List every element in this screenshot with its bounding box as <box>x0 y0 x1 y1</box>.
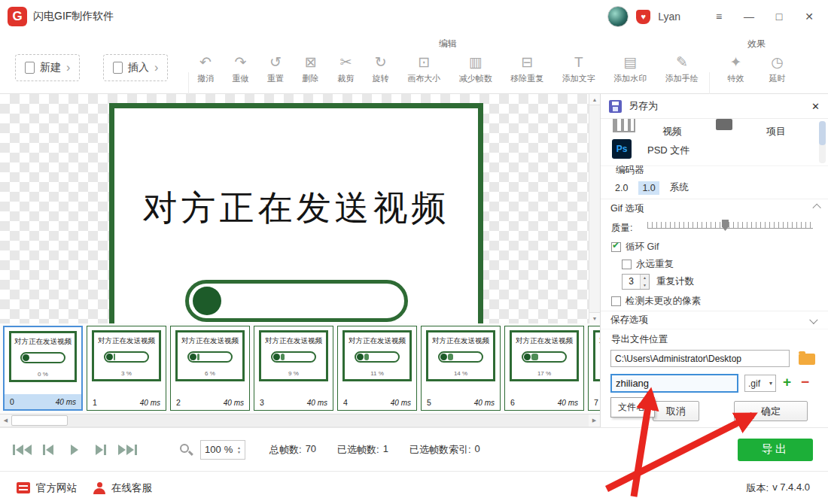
timeline-frame-2[interactable]: 对方正在发送视频 6 % 240 ms <box>170 326 250 411</box>
repeat-count-spinner[interactable]: 3 ▲▼ <box>622 274 650 290</box>
timeline-filmstrip: 对方正在发送视频 0 % 040 ms 对方正在发送视频 3 % 140 ms … <box>0 323 600 414</box>
tool-crop[interactable]: ✂裁剪 <box>336 52 355 85</box>
official-website-link[interactable]: 官方网站 <box>17 481 77 495</box>
progress-pill <box>185 280 408 322</box>
collapse-up-icon <box>812 204 820 212</box>
export-button[interactable]: 导出 <box>738 439 813 461</box>
tool-add-drawing[interactable]: ✎添加手绘 <box>664 52 700 85</box>
timeline-frame-3[interactable]: 对方正在发送视频 9 % 340 ms <box>254 326 333 411</box>
user-avatar[interactable] <box>607 6 629 27</box>
timeline-frame-0[interactable]: 对方正在发送视频 0 % 040 ms <box>3 326 83 411</box>
timeline-frame-5[interactable]: 对方正在发送视频 14 % 540 ms <box>421 326 501 411</box>
tool-reset[interactable]: ↺重置 <box>266 52 285 85</box>
ok-button[interactable]: 确定 <box>734 401 808 421</box>
chevron-right-icon: › <box>154 62 158 74</box>
zoom-spinner[interactable]: 100 % ▲▼ <box>200 440 245 460</box>
new-button[interactable]: 新建 › <box>15 54 80 81</box>
add-drawing-icon: ✎ <box>676 53 688 71</box>
vertical-scrollbar[interactable]: ▲ ▼ <box>589 94 600 323</box>
encoder-option-1-0[interactable]: 1.0 <box>638 181 659 195</box>
encoder-option-2-0[interactable]: 2.0 <box>611 181 632 195</box>
folder-icon[interactable] <box>799 354 815 365</box>
tool-undo[interactable]: ↶撤消 <box>196 52 215 85</box>
tool-add-text[interactable]: T添加文字 <box>561 52 597 85</box>
frame-preview: 对方正在发送视频 20 % <box>593 330 600 381</box>
minimize-button[interactable]: — <box>738 6 760 27</box>
tool-remove-duplicate[interactable]: ⊟移除重复 <box>509 52 545 85</box>
previous-frame-button[interactable] <box>37 439 59 461</box>
checkbox-icon <box>611 296 621 306</box>
tool-reduce-frames[interactable]: ▥减少帧数 <box>458 52 494 85</box>
add-watermark-icon: ▤ <box>623 53 637 71</box>
scroll-down-icon[interactable]: ▼ <box>589 312 600 323</box>
save-icon <box>609 100 622 113</box>
photoshop-icon[interactable]: Ps <box>612 139 632 159</box>
close-button[interactable]: ✕ <box>798 6 820 27</box>
next-frame-button[interactable] <box>90 439 112 461</box>
format-video[interactable]: 视频 <box>662 125 682 138</box>
quality-slider[interactable] <box>647 219 813 234</box>
first-frame-button[interactable] <box>11 439 33 461</box>
tool-redo[interactable]: ↷重做 <box>231 52 251 85</box>
format-list-scrollbar[interactable] <box>819 121 826 163</box>
frame-index: 6 <box>510 398 515 407</box>
timeline-frame-4[interactable]: 对方正在发送视频 11 % 440 ms <box>337 326 417 411</box>
frame-knob-icon <box>524 354 531 360</box>
frame-percent: 11 % <box>345 370 409 377</box>
project-icon[interactable] <box>716 119 732 130</box>
tool-delete[interactable]: ⊠删除 <box>301 52 321 85</box>
timeline-frame-7[interactable]: 对方正在发送视频 20 % 740 ms <box>588 326 600 411</box>
undo-icon: ↶ <box>199 53 212 71</box>
checkbox-icon <box>622 260 632 269</box>
play-button[interactable] <box>63 439 86 461</box>
checkbox-checked-icon: ✔ <box>611 242 621 252</box>
vip-heart-icon[interactable]: ♥ <box>636 10 650 24</box>
tool-delay[interactable]: ◷延时 <box>768 52 787 85</box>
timeline-frame-1[interactable]: 对方正在发送视频 3 % 140 ms <box>87 326 166 411</box>
scroll-right-icon[interactable]: ▶ <box>589 414 600 427</box>
scroll-left-icon[interactable]: ◀ <box>0 414 11 427</box>
titlebar: G 闪电GIF制作软件 ♥ Lyan ≡ — □ ✕ <box>0 0 828 33</box>
tool-add-watermark[interactable]: ▤添加水印 <box>612 52 648 85</box>
video-icon[interactable] <box>613 119 635 132</box>
remove-extension-icon[interactable]: − <box>801 374 809 390</box>
customer-service-link[interactable]: 在线客服 <box>93 481 152 495</box>
tool-canvas-size[interactable]: ⊡画布大小 <box>406 52 442 85</box>
tool-rotate[interactable]: ↻旋转 <box>371 52 391 85</box>
save-options-header[interactable]: 保存选项 <box>601 311 828 329</box>
frame-progress-fill <box>364 354 369 360</box>
maximize-button[interactable]: □ <box>768 6 790 27</box>
filename-input[interactable] <box>610 374 738 393</box>
detect-unchanged-checkbox[interactable]: 检测未更改的像素 <box>611 295 701 308</box>
frame-duration: 40 ms <box>56 398 76 406</box>
format-project[interactable]: 项目 <box>766 125 786 138</box>
insert-button[interactable]: 插入 › <box>103 54 168 81</box>
scrollbar-thumb[interactable] <box>819 121 826 145</box>
repeat-forever-checkbox[interactable]: 永远重复 <box>622 258 674 271</box>
encoder-option-system[interactable]: 系统 <box>666 180 693 196</box>
extension-select[interactable]: .gif ▾ <box>744 375 776 392</box>
add-extension-icon[interactable]: + <box>783 374 791 390</box>
timeline-scrollbar[interactable]: ◀ ▶ <box>0 414 600 427</box>
frame-percent: 14 % <box>428 370 493 377</box>
slider-ticks <box>647 222 813 229</box>
frame-duration: 40 ms <box>140 399 160 407</box>
scrollbar-thumb[interactable] <box>11 415 68 426</box>
timeline-frame-6[interactable]: 对方正在发送视频 17 % 640 ms <box>504 326 584 411</box>
gif-options-header[interactable]: Gif 选项 <box>601 199 828 217</box>
cancel-button[interactable]: 取消 <box>653 401 699 421</box>
scroll-up-icon[interactable]: ▲ <box>589 94 600 105</box>
loop-gif-checkbox[interactable]: ✔ 循环 Gif <box>611 241 659 254</box>
panel-close-button[interactable]: ✕ <box>811 101 820 112</box>
frame-knob-icon <box>23 354 29 361</box>
effects-group-items: ✦特效 ◷延时 <box>715 52 798 85</box>
zoom-arrows[interactable]: ▲▼ <box>237 445 241 454</box>
slider-thumb[interactable] <box>722 220 729 231</box>
format-psd[interactable]: PSD 文件 <box>647 144 689 157</box>
export-path-input[interactable] <box>610 350 790 367</box>
tool-special-effects[interactable]: ✦特效 <box>726 52 746 85</box>
spinner-arrows[interactable]: ▲▼ <box>640 275 649 289</box>
last-frame-button[interactable] <box>116 439 139 461</box>
menu-icon[interactable]: ≡ <box>708 6 730 27</box>
canvas-area[interactable]: 对方正在发送视频 ▲ ▼ <box>0 94 600 323</box>
